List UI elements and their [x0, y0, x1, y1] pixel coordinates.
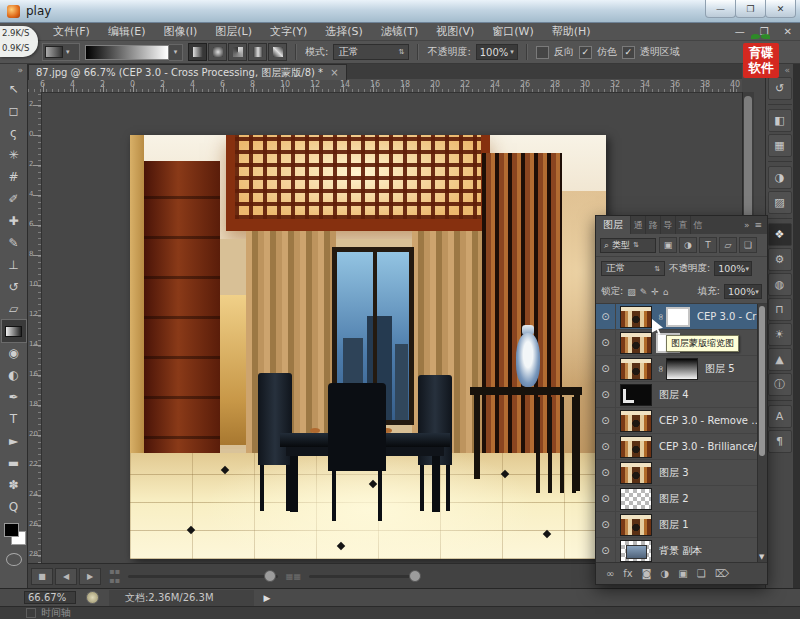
- clone-stamp-tool[interactable]: ⊥: [2, 254, 26, 276]
- healing-brush-tool[interactable]: ✚: [2, 210, 26, 232]
- layer-visibility-toggle[interactable]: ⊙: [596, 434, 616, 459]
- path-selection-tool[interactable]: ►: [2, 430, 26, 452]
- layer-visibility-toggle[interactable]: ⊙: [596, 330, 616, 355]
- os-close-button[interactable]: ✕: [765, 0, 796, 18]
- layer-filter-select[interactable]: ⌕ 类型 ⇅: [600, 238, 656, 253]
- menu-item-5[interactable]: 选择(S): [316, 24, 372, 39]
- gradient-preview[interactable]: [85, 45, 169, 60]
- layer-visibility-toggle[interactable]: ⊙: [596, 512, 616, 537]
- expand-dock-icon[interactable]: «: [784, 65, 793, 76]
- layer-visibility-toggle[interactable]: ⊙: [596, 460, 616, 485]
- add-mask-icon[interactable]: ◙: [642, 568, 652, 579]
- document-tab[interactable]: 87.jpg @ 66.7% (CEP 3.0 - Cross Processi…: [28, 64, 347, 80]
- menu-item-0[interactable]: 文件(F): [44, 24, 99, 39]
- layer-thumbnail[interactable]: [620, 436, 652, 458]
- layer-fill-input[interactable]: 100% ▾: [724, 284, 762, 299]
- adjustments-sun-panel-icon[interactable]: ☀: [768, 323, 792, 346]
- layer-thumbnail[interactable]: [620, 514, 652, 536]
- hand-tool[interactable]: ✽: [2, 474, 26, 496]
- new-group-icon[interactable]: ▣: [678, 568, 687, 579]
- lock-transparency-icon[interactable]: ▨: [627, 287, 636, 297]
- layer-name[interactable]: 图层 5: [705, 362, 735, 376]
- paths-panel-icon[interactable]: ◍: [768, 273, 792, 296]
- menu-item-3[interactable]: 图层(L): [206, 24, 261, 39]
- layer-mask-thumbnail[interactable]: [666, 358, 698, 380]
- app-close-button[interactable]: ✕: [784, 26, 792, 37]
- scroll-down-icon[interactable]: ▼: [759, 553, 764, 561]
- properties-panel-icon[interactable]: ⊓: [768, 298, 792, 321]
- diamond-gradient-button[interactable]: [268, 43, 287, 61]
- tab-timeline[interactable]: 时间轴: [41, 606, 71, 619]
- layer-visibility-toggle[interactable]: ⊙: [596, 304, 616, 329]
- layer-thumbnail[interactable]: [620, 488, 652, 510]
- layer-name[interactable]: 图层 2: [659, 492, 689, 506]
- new-layer-icon[interactable]: ❏: [697, 568, 706, 579]
- layer-row[interactable]: ⊙图层 4: [596, 382, 767, 408]
- foreground-color-swatch[interactable]: [4, 523, 19, 537]
- stop-button[interactable]: ■: [31, 568, 53, 585]
- tab-fragment-3[interactable]: 直: [675, 216, 690, 234]
- character-panel-icon[interactable]: A: [768, 405, 792, 428]
- layer-visibility-toggle[interactable]: ⊙: [596, 486, 616, 511]
- horizontal-ruler[interactable]: 6420246810121416182022242628303234363840: [28, 79, 742, 93]
- filter-adjustment-icon[interactable]: ◑: [679, 237, 697, 253]
- swatches-panel-icon[interactable]: ▦: [768, 134, 792, 157]
- delete-layer-icon[interactable]: ⌦: [715, 568, 729, 579]
- document-size-info[interactable]: 文档:2.36M/26.3M: [109, 590, 254, 606]
- collapse-panel-icon[interactable]: »: [744, 220, 750, 230]
- close-icon[interactable]: ×: [330, 67, 338, 78]
- layer-thumbnail[interactable]: [620, 358, 652, 380]
- gradient-tool[interactable]: [2, 320, 26, 342]
- status-arrow-icon[interactable]: ▶: [264, 593, 271, 603]
- brush-tool[interactable]: ✎: [2, 232, 26, 254]
- eyedropper-tool[interactable]: ✐: [2, 188, 26, 210]
- slider-handle[interactable]: [409, 570, 421, 582]
- lock-paint-icon[interactable]: ✎: [640, 287, 648, 297]
- layer-name[interactable]: 图层 3: [659, 466, 689, 480]
- canvas-image[interactable]: [130, 135, 606, 559]
- transparency-checkbox[interactable]: ✓: [622, 46, 635, 59]
- type-tool[interactable]: T: [2, 408, 26, 430]
- quick-selection-tool[interactable]: ✳: [2, 144, 26, 166]
- layer-opacity-input[interactable]: 100% ▾: [714, 261, 752, 276]
- layer-visibility-toggle[interactable]: ⊙: [596, 356, 616, 381]
- collapse-tools-icon[interactable]: »: [0, 65, 27, 78]
- filter-smartobject-icon[interactable]: ❏: [739, 237, 757, 253]
- layer-mask-thumbnail[interactable]: [666, 307, 690, 327]
- dither-checkbox[interactable]: ✓: [579, 46, 592, 59]
- blend-mode-select[interactable]: 正常 ⇅: [333, 44, 409, 60]
- tab-fragment-4[interactable]: 信: [690, 216, 705, 234]
- linear-gradient-button[interactable]: [188, 43, 207, 61]
- layer-thumbnail[interactable]: [620, 462, 652, 484]
- menu-item-7[interactable]: 视图(V): [427, 24, 483, 39]
- shape-tool[interactable]: ▬: [2, 452, 26, 474]
- layer-visibility-toggle[interactable]: ⊙: [596, 382, 616, 407]
- reflected-gradient-button[interactable]: [248, 43, 267, 61]
- lasso-tool[interactable]: ς: [2, 122, 26, 144]
- channels-panel-icon[interactable]: ⚙: [768, 248, 792, 271]
- opacity-input[interactable]: 100% ▾: [476, 44, 518, 60]
- layer-row[interactable]: ⊙图层 3: [596, 460, 767, 486]
- tab-layers[interactable]: 图层: [596, 216, 630, 234]
- filter-type-icon[interactable]: T: [699, 237, 717, 253]
- tab-fragment-1[interactable]: 路: [645, 216, 660, 234]
- zoom-tool[interactable]: Q: [2, 496, 26, 518]
- layer-blend-mode-select[interactable]: 正常 ⇅: [601, 261, 665, 276]
- menu-item-1[interactable]: 编辑(E): [99, 24, 155, 39]
- styles-panel-icon[interactable]: ▨: [768, 191, 792, 214]
- zoom-slider[interactable]: [309, 575, 419, 578]
- eraser-tool[interactable]: ▱: [2, 298, 26, 320]
- lock-move-icon[interactable]: ✛: [651, 287, 659, 297]
- layer-row[interactable]: ⊙∞图层 5: [596, 356, 767, 382]
- layer-thumbnail[interactable]: [620, 384, 652, 406]
- info-panel-icon[interactable]: ⓘ: [768, 373, 792, 396]
- link-layers-icon[interactable]: ∞: [606, 568, 614, 579]
- layer-name[interactable]: 图层 4: [659, 388, 689, 402]
- gradient-picker-dropdown[interactable]: ▾: [169, 44, 183, 61]
- tool-preset-dropdown[interactable]: ▾: [42, 43, 80, 61]
- layer-name[interactable]: 背景 副本: [659, 544, 702, 558]
- crop-tool[interactable]: #: [2, 166, 26, 188]
- menu-item-2[interactable]: 图像(I): [154, 24, 206, 39]
- os-minimize-button[interactable]: —: [705, 0, 736, 18]
- layer-thumbnail[interactable]: [620, 306, 652, 328]
